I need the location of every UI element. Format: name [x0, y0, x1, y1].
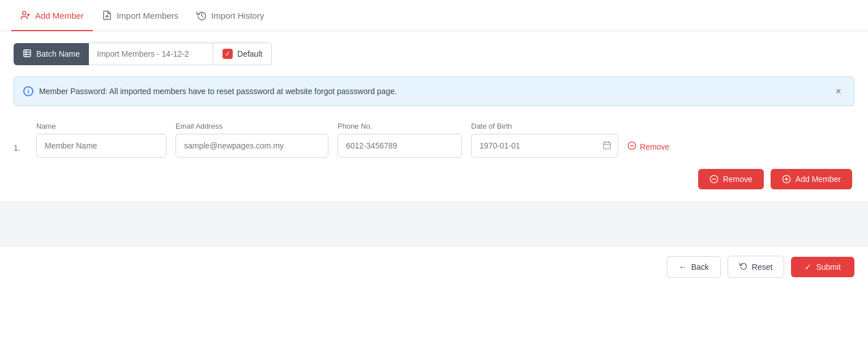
form-fields: Name Email Address Phone No.: [36, 122, 854, 158]
add-member-button[interactable]: Add Member: [771, 169, 852, 189]
row-number: 1.: [14, 122, 27, 152]
reset-icon: [739, 262, 747, 272]
reset-button-label: Reset: [752, 262, 773, 272]
batch-name-text: Batch Name: [36, 49, 80, 58]
name-input[interactable]: [36, 134, 166, 158]
gray-section: [0, 201, 868, 246]
tab-import-members-label: Import Members: [117, 11, 178, 20]
date-input-wrapper: [471, 134, 618, 158]
email-input[interactable]: [176, 134, 328, 158]
remove-button[interactable]: Remove: [698, 169, 764, 189]
svg-point-0: [23, 11, 26, 15]
submit-button-label: Submit: [816, 262, 841, 272]
reset-button[interactable]: Reset: [728, 256, 785, 278]
tab-import-history-label: Import History: [211, 11, 264, 20]
alert-banner: i Member Password: All imported members …: [14, 77, 854, 106]
dob-input[interactable]: [471, 134, 618, 158]
phone-field-group: Phone No.: [337, 122, 462, 158]
dob-label: Date of Birth: [471, 122, 618, 130]
name-label: Name: [36, 122, 166, 130]
main-container: Add Member Import Members: [0, 0, 868, 356]
batch-name-input[interactable]: [89, 43, 213, 65]
action-buttons-row: Remove Add Member: [14, 169, 854, 189]
content-area: Batch Name ✓ Default i Member Password: …: [0, 31, 868, 201]
tab-import-history[interactable]: Import History: [187, 0, 273, 31]
inline-remove-button[interactable]: Remove: [627, 141, 669, 158]
inline-remove-label: Remove: [640, 142, 669, 151]
add-member-button-label: Add Member: [796, 175, 841, 184]
person-add-icon: [20, 10, 31, 20]
history-icon: [196, 10, 207, 20]
remove-btn-icon: [709, 175, 719, 184]
tab-add-member-label: Add Member: [35, 11, 84, 20]
email-label: Email Address: [176, 122, 328, 130]
phone-label: Phone No.: [337, 122, 462, 130]
batch-name-label: Batch Name: [14, 43, 89, 65]
name-field-group: Name: [36, 122, 166, 158]
default-label: Default: [237, 49, 262, 58]
back-icon: ←: [679, 262, 687, 272]
add-member-btn-icon: [782, 175, 791, 184]
calendar-icon[interactable]: [602, 141, 612, 151]
info-icon: i: [23, 86, 33, 96]
tab-navigation: Add Member Import Members: [0, 0, 868, 31]
svg-rect-8: [604, 142, 610, 149]
alert-content: i Member Password: All imported members …: [23, 86, 397, 96]
remove-button-label: Remove: [723, 175, 752, 184]
tab-import-members[interactable]: Import Members: [93, 0, 187, 31]
form-section: 1. Name Email Address Phone No.: [14, 122, 854, 158]
batch-name-row: Batch Name ✓ Default: [14, 43, 854, 65]
file-import-icon: [102, 10, 112, 20]
email-field-group: Email Address: [176, 122, 328, 158]
form-row-1: 1. Name Email Address Phone No.: [14, 122, 854, 158]
back-button[interactable]: ← Back: [667, 256, 721, 278]
table-icon: [23, 49, 32, 60]
tab-add-member[interactable]: Add Member: [11, 0, 93, 31]
alert-text: Member Password: All imported members ha…: [39, 87, 397, 96]
footer: ← Back Reset ✓ Submit: [0, 246, 868, 287]
default-checkbox: ✓: [223, 49, 233, 59]
default-checkbox-wrapper[interactable]: ✓ Default: [213, 43, 272, 65]
alert-close-button[interactable]: ×: [832, 85, 845, 98]
minus-circle-icon: [627, 141, 636, 152]
back-button-label: Back: [691, 262, 709, 272]
submit-button[interactable]: ✓ Submit: [791, 257, 854, 277]
dob-field-group: Date of Birth: [471, 122, 618, 158]
svg-rect-4: [24, 50, 31, 57]
phone-input[interactable]: [337, 134, 462, 158]
submit-icon: ✓: [805, 262, 811, 272]
